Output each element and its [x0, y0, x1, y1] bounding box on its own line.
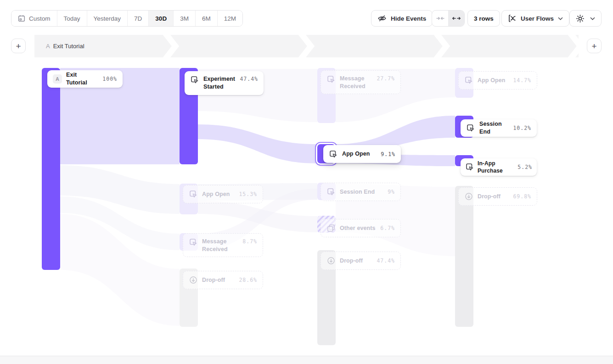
node-label: Session End: [340, 188, 375, 196]
settings-dropdown[interactable]: [569, 10, 602, 27]
date-range-6m[interactable]: 6M: [195, 11, 217, 26]
date-range-7d[interactable]: 7D: [127, 11, 148, 26]
node-percent: 47.4%: [377, 258, 395, 264]
node-session-end-c4[interactable]: Session End 10.2%: [461, 119, 537, 137]
column-width-toggle: [432, 10, 465, 27]
arrows-inward-icon: [436, 16, 444, 21]
node-percent: 69.8%: [513, 193, 531, 200]
bar-dropoff-c4[interactable]: [455, 186, 473, 327]
event-icon: [465, 162, 474, 172]
node-percent: 28.6%: [239, 277, 257, 283]
view-selector-label: User Flows: [521, 15, 554, 22]
node-label: In-App Purchase: [478, 160, 514, 174]
step-title: Exit Tutorial: [53, 43, 84, 50]
node-percent: 100%: [102, 76, 117, 82]
date-range-yesterday[interactable]: Yesterday: [87, 11, 128, 26]
chevron-down-icon: [590, 17, 595, 20]
gear-icon: [576, 14, 585, 23]
node-label: Drop-off: [478, 193, 501, 201]
node-session-end-c3[interactable]: Session End 9%: [321, 183, 401, 201]
node-message-received-c2[interactable]: Message Received 8.7%: [183, 233, 263, 257]
node-label: Message Received: [340, 75, 372, 90]
node-app-open-c2[interactable]: App Open 15.3%: [183, 185, 263, 203]
plus-icon: +: [16, 42, 21, 50]
collapse-columns-button[interactable]: [432, 11, 448, 26]
step-badge: A: [46, 43, 50, 50]
step-a-header[interactable]: A Exit Tutorial: [46, 35, 84, 57]
add-step-right-button[interactable]: +: [587, 39, 602, 53]
node-app-open-selected[interactable]: App Open 9.1%: [323, 145, 401, 163]
layers-icon: [326, 224, 336, 233]
hide-events-label: Hide Events: [391, 15, 426, 22]
dropoff-icon: [189, 275, 198, 285]
event-icon: [189, 238, 198, 247]
user-flows-icon: [508, 14, 517, 22]
dropoff-icon: [326, 256, 336, 265]
date-range-label: Custom: [29, 15, 51, 22]
footer-strip: [0, 356, 613, 364]
date-range-today[interactable]: Today: [57, 11, 87, 26]
node-percent: 5.2%: [517, 164, 532, 170]
node-exit-tutorial[interactable]: A Exit Tutorial 100%: [47, 70, 123, 88]
event-icon: [326, 187, 336, 196]
rows-label: 3 rows: [474, 15, 494, 22]
node-label: Session End: [479, 120, 509, 136]
node-percent: 9.1%: [381, 151, 395, 157]
plus-icon: +: [591, 42, 596, 50]
chevron-down-icon: [558, 17, 563, 20]
date-range-12m[interactable]: 12M: [217, 11, 242, 26]
node-label: App Open: [478, 77, 506, 84]
step-chevron-separators: [34, 35, 579, 57]
node-label: Exit Tutorial: [66, 71, 98, 87]
expand-columns-button[interactable]: [448, 11, 464, 26]
dropoff-icon: [464, 192, 473, 201]
rows-button[interactable]: 3 rows: [467, 10, 500, 27]
bar-exit-tutorial[interactable]: [42, 68, 60, 270]
node-label: App Open: [202, 190, 230, 198]
event-icon: [464, 76, 473, 85]
node-percent: 6.7%: [380, 225, 395, 231]
eye-off-icon: [377, 14, 387, 23]
event-a-badge: A: [53, 74, 62, 84]
date-range-3m[interactable]: 3M: [173, 11, 195, 26]
node-label: Experiment Started: [203, 75, 236, 91]
arrows-outward-icon: [452, 16, 461, 21]
node-label: Other events: [340, 224, 376, 232]
add-step-left-button[interactable]: +: [11, 39, 26, 53]
hide-events-button[interactable]: Hide Events: [371, 10, 433, 27]
node-percent: 14.7%: [513, 77, 531, 84]
node-dropoff-c3[interactable]: Drop-off 47.4%: [321, 252, 401, 270]
event-icon: [190, 75, 199, 84]
date-range-custom[interactable]: Custom: [11, 11, 57, 26]
node-other-events[interactable]: Other events 6.7%: [321, 219, 401, 237]
date-range-30d[interactable]: 30D: [148, 11, 173, 26]
node-percent: 15.3%: [239, 191, 257, 197]
node-label: Message Received: [202, 238, 238, 253]
node-percent: 9%: [388, 189, 395, 195]
node-label: Drop-off: [340, 257, 363, 265]
node-percent: 47.4%: [240, 76, 258, 82]
user-flows-app: Custom Today Yesterday 7D 30D 3M 6M 12M …: [0, 0, 613, 364]
node-percent: 10.2%: [513, 125, 531, 131]
node-label: Drop-off: [202, 276, 225, 284]
view-selector-dropdown[interactable]: User Flows: [501, 10, 569, 27]
node-percent: 27.7%: [377, 75, 395, 82]
step-header-bar: A Exit Tutorial: [34, 35, 579, 57]
event-icon: [326, 75, 336, 84]
node-percent: 8.7%: [242, 238, 257, 245]
node-dropoff-c4[interactable]: Drop-off 69.8%: [458, 187, 537, 206]
date-range-picker: Custom Today Yesterday 7D 30D 3M 6M 12M: [11, 10, 243, 27]
node-app-open-c4[interactable]: App Open 14.7%: [458, 71, 537, 90]
event-icon: [329, 150, 338, 159]
node-in-app-purchase[interactable]: In-App Purchase 5.2%: [461, 158, 537, 176]
node-dropoff-c2[interactable]: Drop-off 28.6%: [183, 271, 263, 289]
node-experiment-started[interactable]: Experiment Started 47.4%: [185, 71, 264, 95]
node-message-received-c3[interactable]: Message Received 27.7%: [321, 70, 401, 94]
node-label: App Open: [342, 150, 370, 158]
event-icon: [189, 190, 198, 199]
event-icon: [466, 123, 475, 133]
calendar-icon: [18, 15, 25, 22]
